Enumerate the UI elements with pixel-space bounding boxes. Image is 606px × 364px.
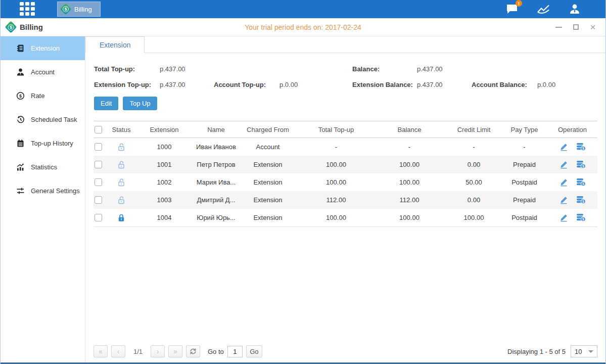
edit-button[interactable]: Edit: [94, 97, 118, 110]
sidebar-item-statistics[interactable]: Statistics: [1, 155, 85, 179]
cell-pay-type: -: [503, 143, 546, 151]
sidebar-item-label: Scheduled Task: [31, 116, 77, 123]
total-topup-label: Total Top-up:: [94, 65, 160, 73]
column-header-pay-type: Pay Type: [503, 126, 546, 133]
row-checkbox[interactable]: [95, 161, 102, 168]
edit-row-icon[interactable]: [560, 213, 568, 222]
goto-page-input[interactable]: [227, 346, 243, 357]
reports-chart-icon[interactable]: [537, 3, 550, 15]
cell-charged-from: Extension: [238, 161, 298, 168]
messages-icon[interactable]: !: [505, 3, 519, 15]
page-size-value: 10: [575, 348, 582, 355]
column-header-total-topup: Total Top-up: [298, 126, 374, 133]
cell-extension: 1000: [134, 143, 195, 151]
top-up-row-icon[interactable]: $: [576, 178, 586, 187]
cell-name: Юрий Юрь...: [195, 214, 238, 221]
top-app-bar: $ Billing !: [1, 0, 605, 18]
top-up-row-icon[interactable]: $: [576, 213, 586, 222]
tab-extension[interactable]: Extension: [85, 36, 145, 53]
select-all-checkbox[interactable]: [95, 126, 102, 133]
topup-history-icon: [16, 139, 25, 148]
app-launcher-grid-icon[interactable]: [20, 2, 35, 16]
extension-topup-value: p.437.00: [160, 81, 214, 88]
cell-extension: 1004: [134, 214, 195, 221]
cell-credit-limit: 50.00: [445, 178, 503, 186]
cell-name: Мария Ива...: [195, 178, 238, 186]
statistics-icon: [16, 163, 25, 172]
rate-icon: $: [16, 92, 25, 101]
status-locked-icon[interactable]: [117, 213, 126, 222]
go-button[interactable]: Go: [246, 345, 262, 357]
cell-total-topup: 112.00: [298, 196, 374, 204]
cell-credit-limit: 0.00: [445, 161, 503, 168]
sidebar-item-rate[interactable]: $ Rate: [1, 84, 85, 108]
row-checkbox[interactable]: [95, 143, 102, 151]
cell-total-topup: 100.00: [298, 161, 374, 168]
status-unlocked-icon[interactable]: [117, 143, 126, 152]
row-checkbox[interactable]: [95, 196, 102, 204]
next-page-button[interactable]: ›: [151, 345, 165, 357]
svg-text:$: $: [19, 94, 21, 99]
billing-dollar-diamond-icon: $: [60, 4, 72, 15]
cell-charged-from: Extension: [238, 214, 298, 221]
cell-pay-type: Prepaid: [503, 161, 546, 168]
account-topup-label: Account Top-up:: [214, 81, 279, 88]
prev-page-button[interactable]: ‹: [111, 345, 125, 357]
close-icon[interactable]: ×: [589, 24, 596, 31]
scheduled-task-icon: [16, 115, 25, 124]
sidebar-item-label: Extension: [31, 44, 60, 52]
status-unlocked-icon[interactable]: [117, 196, 126, 205]
top-up-row-icon[interactable]: $: [576, 160, 586, 169]
top-up-button[interactable]: Top Up: [123, 97, 157, 110]
extension-table: Status Extension Name Charged From Total…: [94, 121, 597, 227]
sidebar-item-account[interactable]: Account: [1, 60, 85, 84]
trial-notice: Your trial period ends on: 2017-02-24: [1, 23, 605, 31]
status-unlocked-icon[interactable]: [117, 178, 126, 187]
edit-row-icon[interactable]: [560, 178, 568, 187]
column-header-status: Status: [109, 126, 134, 133]
account-icon: [16, 68, 25, 77]
sidebar-item-label: Statistics: [31, 163, 57, 171]
top-up-row-icon[interactable]: $: [576, 196, 586, 204]
billing-app-tab[interactable]: $ Billing: [57, 2, 101, 17]
last-page-button[interactable]: »: [168, 345, 182, 357]
sidebar-item-general-settings[interactable]: General Settings: [1, 179, 85, 203]
status-unlocked-icon[interactable]: [117, 160, 126, 169]
sidebar-item-scheduled-task[interactable]: Scheduled Task: [1, 108, 85, 131]
minimize-icon[interactable]: [555, 24, 562, 31]
billing-dollar-diamond-icon: $: [5, 21, 17, 33]
window-title: Billing: [20, 23, 43, 31]
table-row: 1004 Юрий Юрь... Extension 100.00 100.00…: [94, 209, 597, 226]
app-window: $ Billing !: [0, 0, 606, 364]
page-size-select[interactable]: 10: [571, 345, 597, 357]
app-tab-label: Billing: [74, 6, 92, 13]
cell-balance: -: [374, 143, 445, 151]
sidebar-item-topup-history[interactable]: Top-up History: [1, 131, 85, 155]
user-account-icon[interactable]: [568, 3, 581, 15]
cell-pay-type: Prepaid: [503, 196, 546, 204]
row-checkbox[interactable]: [95, 178, 102, 186]
edit-row-icon[interactable]: [560, 196, 568, 204]
displaying-range-text: Displaying 1 - 5 of 5: [507, 348, 566, 355]
edit-row-icon[interactable]: [560, 143, 568, 151]
svg-text:$: $: [582, 217, 584, 221]
maximize-icon[interactable]: [572, 24, 579, 31]
top-up-row-icon[interactable]: $: [576, 143, 586, 151]
column-header-charged-from: Charged From: [238, 126, 298, 133]
svg-text:$: $: [582, 200, 584, 204]
edit-row-icon[interactable]: [560, 160, 568, 169]
sidebar-item-extension[interactable]: Extension: [1, 36, 85, 60]
cell-credit-limit: 100.00: [445, 214, 503, 221]
row-checkbox[interactable]: [95, 214, 102, 221]
cell-total-topup: -: [298, 143, 374, 151]
column-header-balance: Balance: [374, 126, 445, 133]
first-page-button[interactable]: «: [94, 345, 108, 357]
notification-badge: !: [516, 0, 522, 7]
main-content: Extension Total Top-up: p.437.00 Balance…: [85, 36, 605, 362]
sidebar: Extension Account $ Rate Scheduled Task: [1, 36, 85, 362]
cell-credit-limit: 0.00: [445, 196, 503, 204]
chevron-down-icon: [588, 350, 593, 353]
extension-balance-label: Extension Balance:: [352, 81, 417, 88]
refresh-button[interactable]: [186, 345, 200, 357]
svg-text:$: $: [582, 147, 584, 151]
